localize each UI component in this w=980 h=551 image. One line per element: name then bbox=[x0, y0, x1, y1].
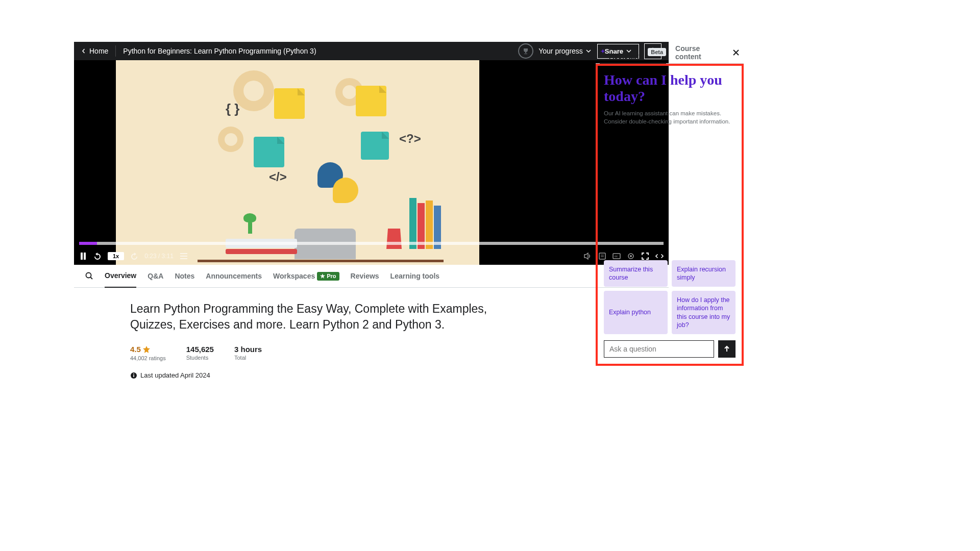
ai-input-row bbox=[604, 340, 736, 358]
forward-icon[interactable] bbox=[130, 252, 138, 260]
tab-reviews[interactable]: Reviews bbox=[351, 265, 379, 288]
arrow-up-icon bbox=[723, 345, 730, 353]
svg-point-15 bbox=[86, 273, 91, 278]
pro-badge: ★ Pro bbox=[317, 272, 339, 281]
video-progress-fill bbox=[79, 242, 97, 245]
chapters-icon[interactable] bbox=[180, 252, 188, 260]
svg-rect-4 bbox=[84, 253, 86, 260]
beta-badge: Beta bbox=[648, 48, 666, 56]
info-icon bbox=[130, 372, 137, 379]
course-tabs: Overview Q&A Notes Announcements Workspa… bbox=[74, 265, 669, 288]
chevron-down-icon bbox=[586, 48, 591, 54]
overview-section: Learn Python Programming the Easy Way, C… bbox=[74, 288, 516, 392]
tab-announcements[interactable]: Announcements bbox=[206, 265, 262, 288]
svg-rect-6 bbox=[180, 256, 187, 257]
tab-learning-tools[interactable]: Learning tools bbox=[390, 265, 439, 288]
suggestion-summarize[interactable]: Summarize this course bbox=[604, 260, 668, 287]
tab-workspaces[interactable]: Workspaces ★ Pro bbox=[273, 265, 339, 288]
stat-rating: 4.5 44,002 ratings bbox=[130, 345, 166, 361]
send-button[interactable] bbox=[718, 340, 736, 358]
tab-notes[interactable]: Notes bbox=[175, 265, 194, 288]
tab-overview[interactable]: Overview bbox=[105, 265, 136, 288]
video-frame: { } </> <?> bbox=[116, 60, 479, 265]
course-header: Home Python for Beginners: Learn Python … bbox=[74, 42, 669, 60]
svg-point-19 bbox=[133, 373, 134, 374]
svg-rect-7 bbox=[180, 258, 187, 259]
last-updated: Last updated April 2024 bbox=[130, 371, 495, 379]
rating-count: 44,002 ratings bbox=[130, 355, 166, 361]
volume-icon[interactable] bbox=[584, 252, 592, 260]
stat-hours: 3 hours Total bbox=[234, 345, 262, 361]
content-tab-label: Course content bbox=[675, 44, 723, 61]
svg-line-16 bbox=[91, 278, 93, 280]
video-progress-track[interactable] bbox=[79, 242, 664, 245]
header-divider bbox=[115, 45, 116, 57]
sidebar-tabs: AI Assistant Beta Course content bbox=[596, 42, 744, 64]
close-sidebar-button[interactable] bbox=[732, 49, 740, 56]
star-icon bbox=[143, 346, 150, 353]
course-description: Learn Python Programming the Easy Way, C… bbox=[130, 301, 495, 333]
playback-speed[interactable]: 1x bbox=[108, 252, 124, 260]
ai-assistant-panel: How can I help you today? Our AI learnin… bbox=[596, 64, 744, 366]
your-progress-button[interactable]: Your progress bbox=[538, 47, 591, 55]
ai-disclaimer: Our AI learning assistant can make mista… bbox=[604, 110, 736, 126]
students-value: 145,625 bbox=[186, 345, 214, 354]
svg-rect-18 bbox=[133, 375, 134, 377]
search-icon[interactable] bbox=[85, 272, 93, 280]
ai-title: How can I help you today? bbox=[604, 72, 736, 105]
stat-students: 145,625 Students bbox=[186, 345, 214, 361]
hours-label: Total bbox=[234, 355, 262, 361]
students-label: Students bbox=[186, 355, 214, 361]
ai-suggestions: Summarize this course Explain recursion … bbox=[604, 260, 736, 335]
home-label: Home bbox=[89, 47, 108, 55]
video-player[interactable]: { } </> <?> bbox=[74, 60, 669, 265]
video-time: 0:23 / 3:11 bbox=[144, 253, 174, 260]
chevron-left-icon bbox=[81, 48, 86, 54]
suggestion-recursion[interactable]: Explain recursion simply bbox=[672, 260, 736, 287]
close-icon bbox=[732, 49, 740, 56]
progress-label: Your progress bbox=[538, 47, 583, 55]
video-controls: 1x 0:23 / 3:11 cc bbox=[79, 250, 664, 262]
tab-qa[interactable]: Q&A bbox=[148, 265, 163, 288]
home-link[interactable]: Home bbox=[81, 47, 108, 55]
ai-tab-label: AI Assistant bbox=[609, 44, 645, 60]
rating-value: 4.5 bbox=[130, 345, 141, 354]
suggestion-python[interactable]: Explain python bbox=[604, 291, 668, 334]
workspaces-label: Workspaces bbox=[273, 272, 315, 280]
tab-course-content[interactable]: Course content bbox=[675, 42, 723, 64]
suggestion-apply-job[interactable]: How do I apply the information from this… bbox=[672, 291, 736, 334]
rewind-icon[interactable] bbox=[93, 252, 102, 260]
svg-rect-3 bbox=[81, 253, 83, 260]
ask-question-input[interactable] bbox=[604, 340, 714, 358]
course-player-app: Home Python for Beginners: Learn Python … bbox=[74, 42, 669, 392]
last-updated-text: Last updated April 2024 bbox=[140, 371, 210, 379]
pause-icon[interactable] bbox=[79, 252, 87, 260]
hours-value: 3 hours bbox=[234, 345, 262, 354]
tab-ai-assistant[interactable]: AI Assistant Beta bbox=[600, 42, 666, 64]
trophy-icon[interactable] bbox=[518, 43, 533, 59]
svg-rect-5 bbox=[180, 253, 187, 254]
course-title: Python for Beginners: Learn Python Progr… bbox=[123, 47, 518, 55]
sparkle-icon bbox=[600, 48, 606, 56]
course-stats: 4.5 44,002 ratings 145,625 Students 3 ho… bbox=[130, 345, 495, 361]
right-sidebar: AI Assistant Beta Course content How can… bbox=[596, 42, 744, 366]
